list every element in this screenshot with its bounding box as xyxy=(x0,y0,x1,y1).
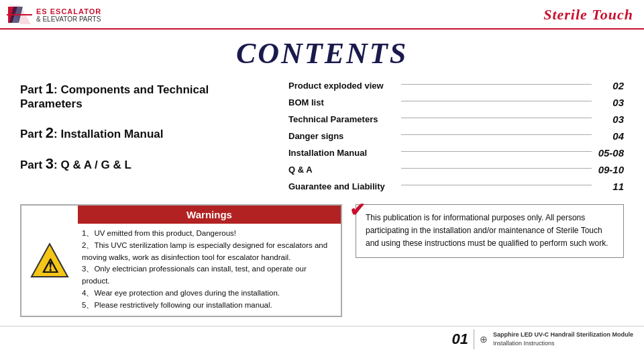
toc-dots xyxy=(401,185,592,185)
toc-page: 04 xyxy=(597,130,624,142)
part-3: Part 3: Q & A / G & L xyxy=(20,155,268,173)
toc-dots xyxy=(401,151,592,152)
part-1-label: Part 1: Components and Technical Paramet… xyxy=(20,83,209,110)
toc-row: Q & A 09-10 xyxy=(288,164,624,175)
logo-left: ES ESCALATOR & ELEVATOR PARTS xyxy=(7,4,101,26)
toc-label: Guarantee and Liability xyxy=(288,181,396,191)
two-column-layout: Part 1: Components and Technical Paramet… xyxy=(20,80,624,197)
toc-row: Installation Manual 05-08 xyxy=(288,147,624,159)
toc-row: Technical Parameters 03 xyxy=(288,114,624,125)
logo-company-name: ES ESCALATOR xyxy=(36,7,101,15)
header: ES ESCALATOR & ELEVATOR PARTS Sterile To… xyxy=(0,0,644,30)
toc-row: Product exploded view 02 xyxy=(288,80,624,91)
part-3-label: Part 3: Q & A / G & L xyxy=(20,159,131,171)
warning-list: UV emitted from this product, Dangerous!… xyxy=(78,224,341,316)
checkmark-icon: ✔ xyxy=(350,195,365,226)
brand-logo: Sterile Touch xyxy=(543,6,633,24)
part-2: Part 2: Installation Manual xyxy=(20,124,268,142)
warning-item: This UVC sterilization lamp is especiall… xyxy=(82,240,334,264)
toc-dots xyxy=(401,134,592,135)
toc-label: Technical Parameters xyxy=(288,114,396,124)
es-logo-icon xyxy=(7,4,32,26)
warning-box: ⚠ Warnings UV emitted from this product,… xyxy=(20,204,342,317)
toc-page: 03 xyxy=(597,114,624,125)
main-content: CONTENTS Part 1: Components and Technica… xyxy=(0,30,644,322)
part-1: Part 1: Components and Technical Paramet… xyxy=(20,80,268,111)
toc-dots xyxy=(401,101,592,101)
warning-title: Warnings xyxy=(78,206,341,224)
footer-divider xyxy=(474,329,474,349)
warning-triangle-icon: ⚠ xyxy=(30,242,70,279)
toc-page: 11 xyxy=(597,181,624,192)
toc-row: Guarantee and Liability 11 xyxy=(288,181,624,192)
toc-page: 03 xyxy=(597,97,624,108)
footer-page-number: 01 xyxy=(451,331,468,348)
logo-text-block: ES ESCALATOR & ELEVATOR PARTS xyxy=(36,7,101,23)
warning-content: Warnings UV emitted from this product, D… xyxy=(78,206,341,316)
toc-page: 02 xyxy=(597,80,624,91)
warning-item: UV emitted from this product, Dangerous! xyxy=(82,228,334,240)
toc-page: 09-10 xyxy=(597,164,624,175)
toc-dots xyxy=(401,84,592,85)
info-box: ✔ This publication is for informational … xyxy=(356,204,624,258)
logo-company-sub: & ELEVATOR PARTS xyxy=(36,15,101,23)
toc-row: Danger signs 04 xyxy=(288,130,624,142)
warning-item: Only electrician professionals can insta… xyxy=(82,263,334,288)
footer-doc-title: Installation Instructions xyxy=(493,339,633,348)
brand-name-touch: Touch xyxy=(592,6,633,23)
warning-item: Please restrictively following our insta… xyxy=(82,300,334,312)
footer-text-block: Sapphire LED UV-C Handrail Sterilization… xyxy=(493,331,633,347)
toc-dots xyxy=(401,168,592,169)
page-title: CONTENTS xyxy=(20,36,624,71)
toc-row: BOM list 03 xyxy=(288,97,624,108)
warning-item: Wear eye protection and gloves during th… xyxy=(82,288,334,300)
toc-label: Installation Manual xyxy=(288,148,396,158)
svg-text:⚠: ⚠ xyxy=(42,256,58,277)
toc-page: 05-08 xyxy=(597,147,624,159)
toc-label: Product exploded view xyxy=(288,81,396,91)
brand-name-sterile: Sterile xyxy=(543,6,592,23)
toc-label: Danger signs xyxy=(288,131,396,141)
part-2-label: Part 2: Installation Manual xyxy=(20,128,163,140)
toc-label: BOM list xyxy=(288,97,396,107)
footer-icon: ⊕ xyxy=(480,334,488,345)
warning-icon-area: ⚠ xyxy=(21,206,78,316)
footer: 01 ⊕ Sapphire LED UV-C Handrail Steriliz… xyxy=(0,326,644,352)
toc-dots xyxy=(401,118,592,118)
bottom-section: ⚠ Warnings UV emitted from this product,… xyxy=(20,204,624,317)
footer-product-name: Sapphire LED UV-C Handrail Sterilization… xyxy=(493,331,633,339)
info-text: This publication is for informational pu… xyxy=(366,213,608,248)
toc-label: Q & A xyxy=(288,165,396,175)
parts-list: Part 1: Components and Technical Paramet… xyxy=(20,80,268,197)
toc-list: Product exploded view 02 BOM list 03 Tec… xyxy=(288,80,624,197)
